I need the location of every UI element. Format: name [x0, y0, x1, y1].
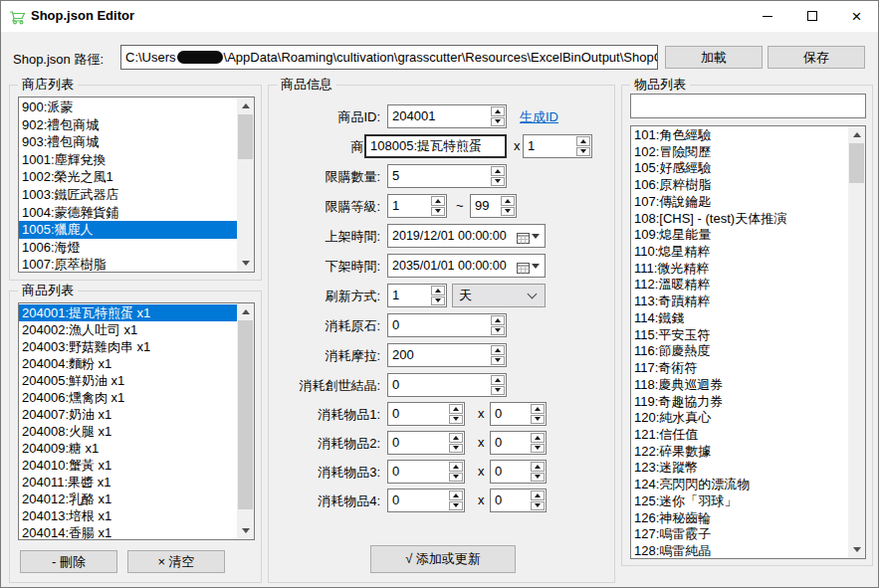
refresh-value-spinner[interactable]: 1 — [387, 284, 447, 307]
list-item[interactable]: 1004:蒙德雜貨鋪 — [19, 204, 237, 222]
scroll-thumb[interactable] — [849, 143, 864, 183]
level-min-spinner[interactable]: 1 — [387, 194, 447, 218]
end-time-picker[interactable]: 2035/01/01 00:00:00 — [387, 254, 546, 278]
spin-down-icon[interactable] — [431, 207, 445, 217]
list-item[interactable]: 123:迷蹤幣 — [631, 460, 848, 477]
list-item[interactable]: 204004:麵粉 x1 — [19, 355, 237, 372]
spin-up-icon[interactable] — [449, 462, 463, 472]
item-list-scrollbar[interactable] — [848, 126, 865, 558]
goods-list-scrollbar[interactable] — [237, 303, 254, 539]
list-item[interactable]: 900:派蒙 — [19, 98, 237, 116]
list-item[interactable]: 902:禮包商城 — [19, 116, 237, 134]
list-item[interactable]: 204008:火腿 x1 — [19, 423, 237, 440]
list-item[interactable]: 204009:糖 x1 — [19, 440, 237, 457]
list-item[interactable]: 109:熄星能量 — [631, 227, 848, 244]
save-button[interactable]: 保存 — [768, 46, 865, 69]
load-button[interactable]: 加載 — [665, 46, 763, 69]
scroll-up-icon[interactable] — [237, 98, 254, 114]
spin-up-icon[interactable] — [491, 315, 505, 325]
list-item[interactable]: 111:微光精粹 — [631, 261, 848, 278]
begin-time-picker[interactable]: 2019/12/01 00:00:00 — [387, 224, 546, 248]
spin-down-icon[interactable] — [576, 147, 590, 157]
cost-crystal-spinner[interactable]: 0 — [387, 373, 507, 397]
list-item[interactable]: 113:奇蹟精粹 — [631, 294, 848, 310]
goods-id-spinner[interactable]: 204001 — [387, 104, 507, 128]
list-item[interactable]: 105:好感經驗 — [631, 160, 848, 177]
spin-up-icon[interactable] — [501, 196, 515, 206]
scroll-up-icon[interactable] — [237, 303, 254, 320]
goods-name-input[interactable]: 108005:提瓦特煎蛋 — [364, 134, 507, 158]
list-item[interactable]: 127:鳴雷霰子 — [631, 526, 848, 543]
list-item[interactable]: 122:碎果數據 — [631, 444, 848, 461]
list-item[interactable]: 204002:漁人吐司 x1 — [19, 321, 237, 338]
list-item[interactable]: 1005:獵鹿人 — [19, 221, 237, 239]
list-item[interactable]: 204012:乳酪 x1 — [19, 490, 237, 507]
list-item[interactable]: 119:奇趣協力券 — [631, 394, 848, 411]
shop-list-scrollbar[interactable] — [237, 98, 254, 272]
spin-down-icon[interactable] — [531, 501, 545, 511]
buy-limit-spinner[interactable]: 5 — [387, 164, 507, 188]
list-item[interactable]: 204001:提瓦特煎蛋 x1 — [19, 304, 237, 321]
spin-down-icon[interactable] — [491, 386, 505, 396]
spin-down-icon[interactable] — [491, 117, 505, 127]
list-item[interactable]: 118:慶典巡迴券 — [631, 377, 848, 394]
list-item[interactable]: 1002:榮光之風1 — [19, 168, 237, 186]
spin-down-icon[interactable] — [491, 326, 505, 336]
close-button[interactable]: × — [834, 1, 879, 31]
spin-down-icon[interactable] — [491, 356, 505, 366]
cost-item4-count-spinner[interactable]: 0 — [490, 489, 547, 512]
list-item[interactable]: 126:神秘齒輪 — [631, 510, 848, 527]
minimize-button[interactable] — [745, 1, 789, 31]
scroll-thumb[interactable] — [238, 114, 253, 159]
spin-up-icon[interactable] — [449, 490, 463, 500]
spin-down-icon[interactable] — [501, 207, 515, 217]
list-item[interactable]: 204006:燻禽肉 x1 — [19, 389, 237, 406]
dropdown-arrow-icon[interactable] — [532, 234, 540, 239]
spin-down-icon[interactable] — [531, 473, 545, 483]
spin-up-icon[interactable] — [449, 404, 463, 414]
add-or-update-button[interactable]: √ 添加或更新 — [370, 545, 516, 573]
list-item[interactable]: 128:鳴雷純晶 — [631, 543, 848, 558]
spin-up-icon[interactable] — [531, 433, 545, 443]
scroll-up-icon[interactable] — [848, 126, 865, 143]
spin-up-icon[interactable] — [531, 490, 545, 500]
spin-down-icon[interactable] — [431, 296, 445, 306]
path-input[interactable]: C:\Users\AppData\Roaming\cultivation\gra… — [120, 45, 658, 70]
cost-item3-count-spinner[interactable]: 0 — [490, 460, 547, 484]
spin-up-icon[interactable] — [431, 286, 445, 295]
list-item[interactable]: 903:禮包商城 — [19, 133, 237, 151]
list-item[interactable]: 115:平安玉符 — [631, 327, 848, 344]
list-item[interactable]: 1007:原萃樹脂 — [19, 256, 237, 272]
scroll-down-icon[interactable] — [237, 255, 254, 272]
list-item[interactable]: 110:熄星精粹 — [631, 244, 848, 261]
item-listbox[interactable]: 101:角色經驗102:冒險閱歷105:好感經驗106:原粹樹脂107:傳說鑰匙… — [630, 125, 866, 559]
cost-item1-id-spinner[interactable]: 0 — [387, 402, 465, 426]
spin-up-icon[interactable] — [449, 433, 463, 443]
list-item[interactable]: 204010:蟹黃 x1 — [19, 457, 237, 474]
list-item[interactable]: 116:節慶熱度 — [631, 343, 848, 360]
spin-up-icon[interactable] — [576, 136, 590, 146]
delete-button[interactable]: - 刪除 — [20, 550, 117, 573]
cost-item1-count-spinner[interactable]: 0 — [490, 402, 547, 426]
scroll-down-icon[interactable] — [848, 541, 865, 558]
list-item[interactable]: 204014:香腸 x1 — [19, 524, 237, 539]
refresh-unit-combobox[interactable]: 天 — [452, 284, 546, 307]
list-item[interactable]: 204013:培根 x1 — [19, 507, 237, 524]
spin-up-icon[interactable] — [431, 196, 445, 206]
spin-down-icon[interactable] — [491, 177, 505, 187]
list-item[interactable]: 101:角色經驗 — [631, 127, 848, 144]
spin-down-icon[interactable] — [531, 444, 545, 454]
list-item[interactable]: 1006:海燈 — [19, 239, 237, 257]
list-item[interactable]: 112:溫暖精粹 — [631, 277, 848, 294]
list-item[interactable]: 106:原粹樹脂 — [631, 177, 848, 194]
list-item[interactable]: 108:[CHS] - (test)天体推演 — [631, 211, 848, 228]
cost-mora-spinner[interactable]: 200 — [387, 343, 507, 367]
maximize-button[interactable] — [789, 1, 834, 31]
goods-count-spinner[interactable]: 1 — [523, 134, 592, 158]
shop-listbox[interactable]: 900:派蒙902:禮包商城903:禮包商城1001:塵輝兌換1002:榮光之風… — [18, 97, 255, 273]
list-item[interactable]: 107:傳說鑰匙 — [631, 194, 848, 211]
spin-up-icon[interactable] — [531, 404, 545, 414]
list-item[interactable]: 125:迷你「羽球」 — [631, 493, 848, 510]
spin-down-icon[interactable] — [449, 473, 463, 483]
scroll-down-icon[interactable] — [237, 522, 254, 539]
